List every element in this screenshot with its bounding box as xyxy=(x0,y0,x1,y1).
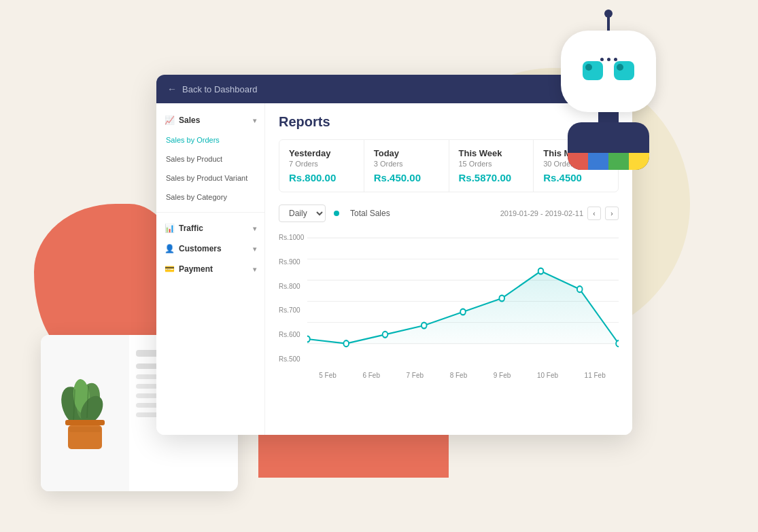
stat-today-label: Today xyxy=(374,148,439,158)
sidebar-customers-label: Customers xyxy=(179,244,222,253)
stripe-red xyxy=(568,153,588,170)
customers-icon: 👤 xyxy=(165,244,175,253)
x-label-11feb: 11 Feb xyxy=(585,372,606,379)
sidebar-payment-label: Payment xyxy=(179,264,213,274)
y-label-900: Rs.900 xyxy=(279,258,304,266)
x-label-8feb: 8 Feb xyxy=(450,372,468,379)
sidebar-item-customers[interactable]: 👤 Customers ▾ xyxy=(156,238,264,259)
sidebar-sales-product-label: Sales by Product xyxy=(166,155,222,163)
sidebar-item-sales[interactable]: 📈 Sales ▾ xyxy=(156,110,264,130)
x-label-7feb: 7 Feb xyxy=(407,372,424,379)
sidebar-divider-1 xyxy=(156,212,264,213)
stripe-blue xyxy=(588,153,608,170)
bot-neck xyxy=(598,112,619,122)
svg-rect-6 xyxy=(65,420,105,425)
sidebar-item-sales-variant[interactable]: Sales by Product Variant xyxy=(156,169,264,188)
stat-yesterday-label: Yesterday xyxy=(289,148,354,158)
bot-antenna xyxy=(607,14,610,31)
bot-eye-right xyxy=(614,61,634,80)
x-label-9feb: 9 Feb xyxy=(494,372,511,379)
chart-area-fill xyxy=(307,271,619,344)
stat-week-orders: 15 Orders xyxy=(459,160,524,168)
stat-yesterday-value: Rs.800.00 xyxy=(289,172,354,183)
y-axis-labels: Rs.1000 Rs.900 Rs.800 Rs.700 Rs.600 Rs.5… xyxy=(279,230,304,366)
stat-card-today: Today 3 Orders Rs.450.00 xyxy=(364,140,449,192)
y-label-700: Rs.700 xyxy=(279,306,304,314)
plant-pot xyxy=(54,376,116,450)
payment-chevron: ▾ xyxy=(253,266,256,273)
x-label-10feb: 10 Feb xyxy=(537,372,558,379)
sidebar-item-sales-product[interactable]: Sales by Product xyxy=(156,149,264,169)
chart-point xyxy=(383,332,388,338)
back-arrow-icon: ← xyxy=(167,84,177,94)
bot-body xyxy=(568,122,649,170)
y-label-600: Rs.600 xyxy=(279,331,304,338)
stat-week-label: This Week xyxy=(459,148,524,158)
legend-label: Total Sales xyxy=(350,209,390,218)
date-range-text: 2019-01-29 - 2019-02-11 xyxy=(500,209,583,217)
chart-point xyxy=(538,268,544,274)
payment-icon: 💳 xyxy=(165,264,175,274)
y-label-800: Rs.800 xyxy=(279,283,304,290)
sidebar-sales-orders-label: Sales by Orders xyxy=(166,136,220,144)
x-label-5feb: 5 Feb xyxy=(319,372,337,379)
y-label-500: Rs.500 xyxy=(279,355,304,363)
product-image-area xyxy=(41,335,129,491)
legend-dot-icon xyxy=(334,211,339,216)
chart-svg xyxy=(279,230,619,366)
date-range: 2019-01-29 - 2019-02-11 ‹ › xyxy=(500,207,619,220)
sidebar-sales-variant-label: Sales by Product Variant xyxy=(166,174,247,182)
stat-card-week: This Week 15 Orders Rs.5870.00 xyxy=(449,140,534,192)
y-label-1000: Rs.1000 xyxy=(279,234,304,241)
sidebar-sales-category-label: Sales by Category xyxy=(166,193,227,201)
sidebar-item-payment[interactable]: 💳 Payment ▾ xyxy=(156,259,264,279)
stat-week-value: Rs.5870.00 xyxy=(459,172,524,183)
chart-controls: Daily Total Sales 2019-01-29 - 2019-02-1… xyxy=(279,205,619,222)
stat-today-value: Rs.450.00 xyxy=(374,172,439,183)
stat-yesterday-orders: 7 Orders xyxy=(289,160,354,168)
bot-head xyxy=(561,31,656,112)
x-axis-labels: 5 Feb 6 Feb 7 Feb 8 Feb 9 Feb 10 Feb 11 … xyxy=(279,372,619,379)
plant-svg xyxy=(54,376,116,450)
bot-eyes xyxy=(583,61,634,80)
sidebar-sales-label: Sales xyxy=(179,116,200,125)
chart-point xyxy=(421,323,427,329)
bot-character xyxy=(540,14,676,177)
traffic-chevron: ▾ xyxy=(253,225,256,232)
x-label-6feb: 6 Feb xyxy=(362,372,380,379)
svg-rect-8 xyxy=(69,427,101,432)
sidebar-item-traffic[interactable]: 📊 Traffic ▾ xyxy=(156,218,264,238)
sales-icon: 📈 xyxy=(165,116,175,125)
chart-next-button[interactable]: › xyxy=(605,207,619,220)
chart-point xyxy=(499,296,504,302)
bot-body-stripes xyxy=(568,153,649,170)
chart-point xyxy=(577,286,583,292)
chart-point xyxy=(343,340,349,347)
stripe-yellow xyxy=(629,153,649,170)
chart-point xyxy=(616,340,619,347)
stripe-green xyxy=(608,153,629,170)
stat-card-yesterday: Yesterday 7 Orders Rs.800.00 xyxy=(279,140,364,192)
sidebar-item-sales-category[interactable]: Sales by Category xyxy=(156,188,264,207)
chart-wrapper: Rs.1000 Rs.900 Rs.800 Rs.700 Rs.600 Rs.5… xyxy=(279,230,619,366)
sales-chevron: ▾ xyxy=(253,117,256,124)
sidebar-section-sales: 📈 Sales ▾ Sales by Orders Sales by Produ… xyxy=(156,110,264,207)
traffic-icon: 📊 xyxy=(165,224,175,233)
back-to-dashboard-label[interactable]: Back to Dashboard xyxy=(182,84,258,94)
customers-chevron: ▾ xyxy=(253,245,256,253)
daily-filter-select[interactable]: Daily xyxy=(279,205,326,222)
chart-prev-button[interactable]: ‹ xyxy=(587,207,601,220)
chart-point xyxy=(305,336,310,342)
sidebar: 📈 Sales ▾ Sales by Orders Sales by Produ… xyxy=(156,103,265,435)
sidebar-item-sales-orders[interactable]: Sales by Orders xyxy=(156,130,264,149)
chart-point xyxy=(460,309,466,315)
stat-today-orders: 3 Orders xyxy=(374,160,439,168)
sidebar-traffic-label: Traffic xyxy=(179,224,203,233)
bot-eye-left xyxy=(583,61,603,80)
